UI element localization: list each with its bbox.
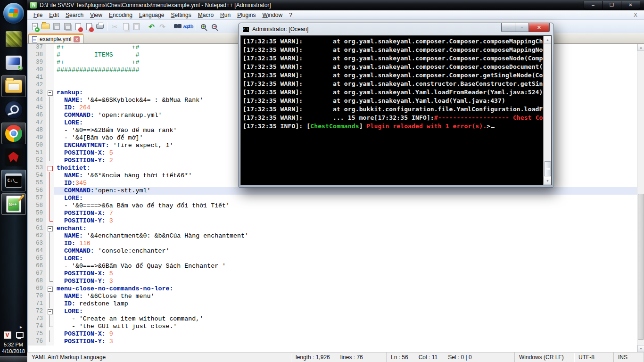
console-scroll-thumb[interactable]: [544, 161, 551, 176]
editor-line-72[interactable]: 72 LORE:: [28, 308, 637, 315]
editor-scroll-thumb[interactable]: [638, 194, 644, 340]
document-close-x[interactable]: X: [630, 12, 641, 18]
editor-line-74[interactable]: 74 - 'the GUI will just close.': [28, 323, 637, 330]
line-number: 74: [28, 323, 46, 330]
start-button[interactable]: [3, 3, 24, 24]
editor-line-61[interactable]: 61enchant:: [28, 225, 637, 232]
editor-line-58[interactable]: 58 - '&0====>&6a Bấm vào để thay đổi thờ…: [28, 202, 637, 210]
editor-line-63[interactable]: 63 ID: 116: [28, 240, 637, 247]
menu-macro[interactable]: Macro: [195, 11, 217, 19]
editor-line-73[interactable]: 73 - 'Create an item without command,': [28, 315, 637, 323]
status-doctype: YAML Ain't Markup Language: [32, 354, 106, 361]
line-number: 45: [28, 104, 46, 112]
notepadpp-titlebar[interactable]: D:\File SV\SV Test\plugins\ChestCommands…: [27, 0, 644, 10]
taskbar-item-garena[interactable]: [1, 146, 26, 168]
console-minimize-button[interactable]: –: [501, 23, 515, 32]
menu-run[interactable]: Run: [217, 11, 234, 19]
editor-line-66[interactable]: 66 - '&0===>&6Bấm Vào để Quay Sách Encha…: [28, 263, 637, 270]
line-number: 69: [28, 285, 46, 293]
show-desktop-button[interactable]: [0, 356, 27, 362]
line-number: 47: [28, 119, 46, 127]
tab-close-icon[interactable]: x: [74, 36, 80, 42]
editor-line-62[interactable]: 62 NAME: '&4enchantment&0: &b&nCủa Hàng …: [28, 232, 637, 240]
editor-line-69[interactable]: 69menu-close-no-commands-no-lore:: [28, 285, 637, 293]
fold-collapse-box[interactable]: [46, 89, 54, 97]
menu-edit[interactable]: Edit: [46, 11, 62, 19]
fold-collapse-box[interactable]: [46, 165, 54, 172]
taskbar-item-remote-desktop[interactable]: [1, 52, 26, 74]
fold-margin: [46, 330, 54, 338]
code-text: POSITION-Y: 3: [54, 278, 637, 285]
console-vertical-scrollbar[interactable]: ▲ ▼: [543, 36, 551, 185]
editor-line-59[interactable]: 59 POSITION-X: 7: [28, 210, 637, 217]
editor-line-67[interactable]: 67 POSITION-X: 5: [28, 270, 637, 278]
menu-file[interactable]: File: [30, 11, 46, 19]
network-tray-icon[interactable]: [15, 331, 24, 339]
menu-plugins[interactable]: Plugins: [234, 11, 259, 19]
print-button[interactable]: [94, 21, 105, 32]
status-selection: Sel : 0 | 0: [448, 354, 471, 361]
menu-settings[interactable]: Settings: [167, 11, 194, 19]
editor-line-75[interactable]: 75 POSITION-X: 9: [28, 330, 637, 338]
taskbar-item-command-prompt[interactable]: [1, 170, 26, 191]
fold-collapse-box[interactable]: [46, 285, 54, 293]
fold-collapse-box[interactable]: [46, 225, 54, 232]
taskbar-item-notepad-plus-plus[interactable]: [1, 193, 26, 215]
editor-vertical-scrollbar[interactable]: ▲ ▼: [637, 44, 644, 352]
zoomin-button[interactable]: [198, 21, 209, 32]
undo-button[interactable]: ↶: [146, 21, 157, 32]
replace-button[interactable]: a⇄b: [183, 21, 194, 32]
closeall-button[interactable]: [83, 21, 94, 32]
taskbar-item-minecraft[interactable]: [1, 28, 26, 50]
tab-example-yml[interactable]: example.yml x: [28, 33, 83, 43]
code-text: LORE:: [54, 308, 637, 315]
restore-button[interactable]: ❐: [603, 1, 621, 9]
editor-line-65[interactable]: 65 LORE:: [28, 255, 637, 263]
code-text: POSITION-X: 9: [54, 330, 637, 338]
explorer-icon: [5, 80, 22, 93]
menu-window[interactable]: Window: [259, 11, 286, 19]
menu-help[interactable]: ?: [286, 11, 296, 19]
console-maximize-button[interactable]: ▫: [515, 23, 528, 32]
new-button[interactable]: [29, 21, 40, 32]
pencil-accent: [18, 195, 24, 202]
new-icon: [32, 23, 38, 30]
console-scroll-up-arrow[interactable]: ▲: [544, 36, 552, 44]
minimize-button[interactable]: –: [584, 1, 603, 9]
taskbar-item-explorer[interactable]: [1, 75, 26, 97]
scroll-down-arrow[interactable]: ▼: [637, 345, 644, 352]
editor-line-71[interactable]: 71 ID: redstone lamp: [28, 300, 637, 308]
vietkey-tray-icon[interactable]: V: [4, 331, 11, 339]
menu-search[interactable]: Search: [62, 11, 87, 19]
editor-line-70[interactable]: 70 NAME: '&6Close the menu': [28, 293, 637, 300]
menu-encoding[interactable]: Encoding: [106, 11, 136, 19]
fold-collapse-box[interactable]: [46, 308, 54, 315]
taskbar-item-steam[interactable]: [1, 99, 26, 121]
open-button[interactable]: [40, 21, 51, 32]
status-length: length : 1,926: [296, 354, 330, 361]
taskbar-item-chrome[interactable]: [1, 123, 26, 144]
console-titlebar[interactable]: Administrator: [Ocean] – ▫ ✕: [239, 23, 553, 35]
save-icon: [53, 23, 60, 30]
close-button[interactable]: [73, 21, 83, 32]
find-button[interactable]: [172, 21, 183, 32]
console-scroll-down-arrow[interactable]: ▼: [544, 177, 552, 185]
editor-line-76[interactable]: 76 POSITION-Y: 3: [28, 338, 637, 346]
code-text: NAME: '&6Close the menu': [54, 293, 637, 300]
fold-margin: [46, 240, 54, 247]
editor-line-57[interactable]: 57 LORE:: [28, 195, 637, 202]
editor-line-56[interactable]: 56 COMMAND:'open:-stt.yml': [28, 187, 637, 195]
editor-line-60[interactable]: 60 POSITION-Y: 3: [28, 217, 637, 225]
line-number: 42: [28, 82, 46, 89]
menu-view[interactable]: View: [87, 11, 106, 19]
editor-line-68[interactable]: 68 POSITION-Y: 3: [28, 278, 637, 285]
scroll-up-arrow[interactable]: ▲: [637, 44, 644, 51]
console-close-button[interactable]: ✕: [528, 23, 550, 32]
close-button[interactable]: ✕: [621, 1, 640, 9]
editor-line-64[interactable]: 64 COMMAND: 'console:enchanter': [28, 247, 637, 255]
show-hidden-icons-arrow[interactable]: ▸: [20, 324, 22, 329]
taskbar-clock[interactable]: 5:32 PM 4/10/2018: [2, 341, 25, 354]
menu-language[interactable]: Language: [136, 11, 167, 19]
notepadpp-title: D:\File SV\SV Test\plugins\ChestCommands…: [40, 2, 584, 8]
zoomout-button[interactable]: [209, 21, 220, 32]
